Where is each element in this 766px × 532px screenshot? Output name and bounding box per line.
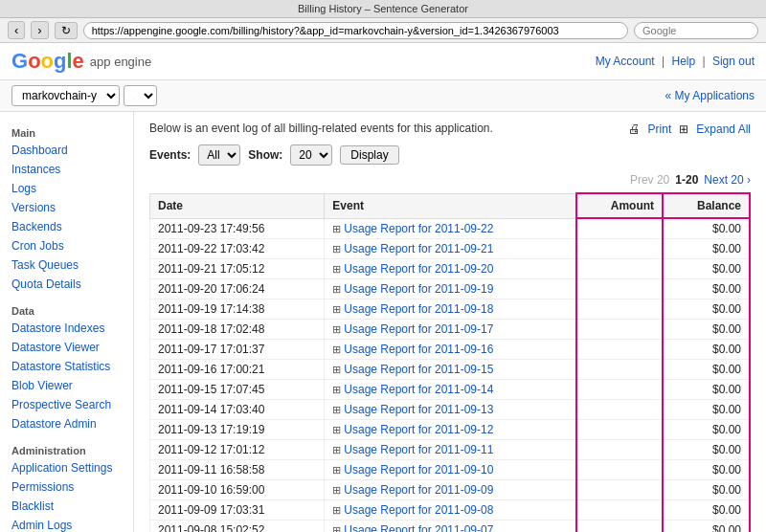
event-link[interactable]: Usage Report for 2011-09-22 xyxy=(344,222,493,235)
event-link[interactable]: Usage Report for 2011-09-09 xyxy=(344,483,493,497)
table-row: 2011-09-17 17:01:37 ⊞Usage Report for 20… xyxy=(150,340,751,360)
event-link[interactable]: Usage Report for 2011-09-15 xyxy=(344,363,493,376)
sidebar-link[interactable]: Blacklist xyxy=(11,499,54,513)
col-amount: Amount xyxy=(576,193,663,218)
help-link[interactable]: Help xyxy=(671,55,695,68)
table-row: 2011-09-21 17:05:12 ⊞Usage Report for 20… xyxy=(150,259,751,279)
app-dropdown[interactable]: markovchain-y xyxy=(11,85,120,106)
sidebar-link[interactable]: Cron Jobs xyxy=(11,239,64,253)
event-link[interactable]: Usage Report for 2011-09-08 xyxy=(344,503,493,517)
events-select[interactable]: All xyxy=(198,144,240,166)
cell-balance: $0.00 xyxy=(663,279,750,299)
cell-date: 2011-09-10 16:59:00 xyxy=(150,480,325,500)
cell-amount xyxy=(576,259,663,279)
sidebar-link[interactable]: Prospective Search xyxy=(11,398,111,411)
event-link[interactable]: Usage Report for 2011-09-10 xyxy=(344,463,493,477)
sign-out-link[interactable]: Sign out xyxy=(712,55,755,68)
event-link[interactable]: Usage Report for 2011-09-07 xyxy=(344,523,493,532)
sidebar-link[interactable]: Datastore Admin xyxy=(11,417,97,431)
my-applications-link[interactable]: « My Applications xyxy=(665,89,755,102)
appengine-label: app engine xyxy=(90,55,151,69)
event-link[interactable]: Usage Report for 2011-09-16 xyxy=(344,343,493,356)
sidebar-data-label: Data xyxy=(0,299,133,319)
sidebar-item-permissions: Permissions xyxy=(0,477,133,497)
print-icon: 🖨 xyxy=(628,122,641,136)
event-link[interactable]: Usage Report for 2011-09-18 xyxy=(344,302,493,316)
sidebar-link[interactable]: Datastore Statistics xyxy=(11,360,110,373)
sidebar-item-datastore-viewer: Datastore Viewer xyxy=(0,338,133,357)
cell-balance: $0.00 xyxy=(663,500,750,521)
cell-event: ⊞Usage Report for 2011-09-07 xyxy=(325,521,576,533)
cell-date: 2011-09-17 17:01:37 xyxy=(150,340,325,360)
table-row: 2011-09-19 17:14:38 ⊞Usage Report for 20… xyxy=(150,299,751,320)
cell-balance: $0.00 xyxy=(663,239,750,259)
cell-date: 2011-09-16 17:00:21 xyxy=(150,360,325,380)
cell-event: ⊞Usage Report for 2011-09-16 xyxy=(325,340,576,360)
sidebar-link[interactable]: Blob Viewer xyxy=(11,379,73,392)
page-num-dropdown[interactable]: 1 xyxy=(124,85,157,106)
next-page-link[interactable]: Next 20 › xyxy=(704,173,751,187)
sidebar-link[interactable]: Logs xyxy=(11,182,36,195)
url-input[interactable] xyxy=(83,22,628,39)
header: Google app engine My Account | Help | Si… xyxy=(0,43,766,80)
cell-date: 2011-09-18 17:02:48 xyxy=(150,320,325,340)
cell-event: ⊞Usage Report for 2011-09-08 xyxy=(325,500,576,521)
cell-date: 2011-09-19 17:14:38 xyxy=(150,299,325,320)
back-button[interactable]: ‹ xyxy=(8,21,25,39)
reload-button[interactable]: ↻ xyxy=(55,22,78,39)
cell-event: ⊞Usage Report for 2011-09-20 xyxy=(325,259,576,279)
cell-event: ⊞Usage Report for 2011-09-12 xyxy=(325,420,576,440)
cell-amount xyxy=(576,420,663,440)
event-link[interactable]: Usage Report for 2011-09-21 xyxy=(344,242,493,255)
col-balance: Balance xyxy=(663,193,750,218)
cell-date: 2011-09-21 17:05:12 xyxy=(150,259,325,279)
cell-date: 2011-09-23 17:49:56 xyxy=(150,218,325,239)
event-link[interactable]: Usage Report for 2011-09-11 xyxy=(344,443,493,456)
sidebar-link[interactable]: Admin Logs xyxy=(11,519,72,532)
event-link[interactable]: Usage Report for 2011-09-13 xyxy=(344,403,493,416)
cell-balance: $0.00 xyxy=(663,360,750,380)
cell-event: ⊞Usage Report for 2011-09-21 xyxy=(325,239,576,259)
my-account-link[interactable]: My Account xyxy=(596,55,655,68)
cell-amount xyxy=(576,440,663,460)
cell-amount xyxy=(576,521,663,533)
search-input[interactable] xyxy=(634,22,758,39)
cell-amount xyxy=(576,239,663,259)
sidebar-link[interactable]: Task Queues xyxy=(11,258,79,272)
cell-date: 2011-09-15 17:07:45 xyxy=(150,380,325,400)
show-select[interactable]: 20 xyxy=(290,144,332,166)
page-range: 1-20 xyxy=(675,173,698,187)
cell-amount xyxy=(576,299,663,320)
cell-balance: $0.00 xyxy=(663,400,750,420)
app-selector: markovchain-y 1 xyxy=(11,85,157,106)
sidebar-main-label: Main xyxy=(0,122,133,141)
table-row: 2011-09-12 17:01:12 ⊞Usage Report for 20… xyxy=(150,440,751,460)
sidebar-link[interactable]: Instances xyxy=(11,163,60,176)
sidebar-item-application-settings: Application Settings xyxy=(0,458,133,477)
cell-balance: $0.00 xyxy=(663,521,750,533)
event-link[interactable]: Usage Report for 2011-09-14 xyxy=(344,383,493,396)
cell-balance: $0.00 xyxy=(663,440,750,460)
event-link[interactable]: Usage Report for 2011-09-17 xyxy=(344,322,493,336)
forward-button[interactable]: › xyxy=(31,21,48,39)
sidebar-item-blacklist: Blacklist xyxy=(0,497,133,516)
event-link[interactable]: Usage Report for 2011-09-20 xyxy=(344,262,493,276)
sidebar-link[interactable]: Datastore Viewer xyxy=(11,341,100,354)
display-button[interactable]: Display xyxy=(340,145,398,165)
table-row: 2011-09-09 17:03:31 ⊞Usage Report for 20… xyxy=(150,500,751,521)
sidebar-link[interactable]: Permissions xyxy=(11,480,74,494)
expand-all-link[interactable]: Expand All xyxy=(696,122,751,136)
cell-balance: $0.00 xyxy=(663,340,750,360)
sidebar-link[interactable]: Application Settings xyxy=(11,461,112,475)
cell-date: 2011-09-11 16:58:58 xyxy=(150,460,325,480)
event-link[interactable]: Usage Report for 2011-09-19 xyxy=(344,282,493,296)
sidebar-link[interactable]: Versions xyxy=(11,201,56,214)
cell-date: 2011-09-08 15:02:52 xyxy=(150,521,325,533)
print-link[interactable]: Print xyxy=(648,122,672,136)
sidebar-link[interactable]: Backends xyxy=(11,220,62,233)
sidebar-link[interactable]: Dashboard xyxy=(11,144,68,157)
sidebar-link[interactable]: Datastore Indexes xyxy=(11,321,104,335)
cell-amount xyxy=(576,400,663,420)
sidebar-link[interactable]: Quota Details xyxy=(11,277,81,291)
event-link[interactable]: Usage Report for 2011-09-12 xyxy=(344,423,493,436)
